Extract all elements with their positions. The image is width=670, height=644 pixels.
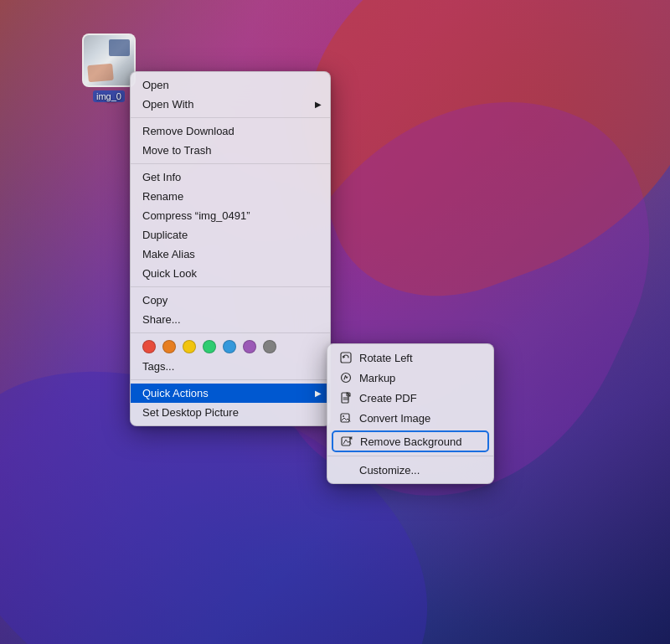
separator-2 <box>131 163 330 164</box>
separator-4 <box>131 332 330 333</box>
menu-item-open[interactable]: Open <box>131 75 330 95</box>
submenu-arrow-quick-actions: ▶ <box>315 389 322 398</box>
menu-item-duplicate[interactable]: Duplicate <box>131 225 330 245</box>
menu-item-open-with[interactable]: Open With ▶ <box>131 95 330 114</box>
tag-blue[interactable] <box>223 340 236 353</box>
menu-item-rename[interactable]: Rename <box>131 187 330 206</box>
submenu-item-create-pdf[interactable]: Create PDF <box>327 388 493 408</box>
file-label: img_0 <box>93 90 125 102</box>
create-pdf-icon <box>339 391 353 404</box>
menu-item-quick-look[interactable]: Quick Look <box>131 264 330 283</box>
svg-rect-0 <box>341 353 351 363</box>
separator-5 <box>131 379 330 380</box>
svg-point-1 <box>342 374 351 383</box>
submenu-separator <box>327 456 493 456</box>
menu-item-move-to-trash[interactable]: Move to Trash <box>131 141 330 160</box>
tags-label: Tags... <box>142 360 174 373</box>
menu-item-remove-download[interactable]: Remove Download <box>131 121 330 141</box>
customize-icon <box>339 463 353 477</box>
menu-item-quick-actions[interactable]: Quick Actions ▶ <box>131 384 330 403</box>
submenu-arrow-open-with: ▶ <box>315 100 322 109</box>
svg-rect-6 <box>341 414 349 422</box>
submenu-item-rotate-left[interactable]: Rotate Left <box>327 348 493 368</box>
separator-1 <box>131 117 330 118</box>
context-menu: Open Open With ▶ Remove Download Move to… <box>130 71 331 426</box>
convert-image-icon <box>339 411 353 425</box>
tag-purple[interactable] <box>243 340 256 353</box>
menu-item-tags[interactable]: Tags... <box>131 357 330 376</box>
file-thumbnail <box>82 33 136 87</box>
tag-orange[interactable] <box>162 340 176 353</box>
tags-row <box>131 337 330 357</box>
menu-item-set-desktop[interactable]: Set Desktop Picture <box>131 403 330 422</box>
markup-icon <box>339 371 353 384</box>
menu-item-copy[interactable]: Copy <box>131 291 330 310</box>
submenu-item-convert-image[interactable]: Convert Image <box>327 408 493 428</box>
submenu-item-customize[interactable]: Customize... <box>327 460 493 480</box>
menu-item-share[interactable]: Share... <box>131 310 330 329</box>
menu-item-make-alias[interactable]: Make Alias <box>131 245 330 264</box>
menu-item-get-info[interactable]: Get Info <box>131 167 330 187</box>
svg-point-7 <box>343 415 344 417</box>
separator-3 <box>131 286 330 287</box>
remove-background-icon <box>340 435 353 448</box>
tag-yellow[interactable] <box>183 340 196 353</box>
tag-gray[interactable] <box>263 340 276 353</box>
submenu-item-markup[interactable]: Markup <box>327 368 493 388</box>
tag-red[interactable] <box>142 340 156 353</box>
submenu-item-remove-background[interactable]: Remove Background <box>332 430 489 452</box>
rotate-left-icon <box>339 351 353 364</box>
menu-item-compress[interactable]: Compress “img_0491” <box>131 206 330 225</box>
tag-green[interactable] <box>203 340 216 353</box>
quick-actions-submenu: Rotate Left Markup Create PDF <box>327 343 494 484</box>
